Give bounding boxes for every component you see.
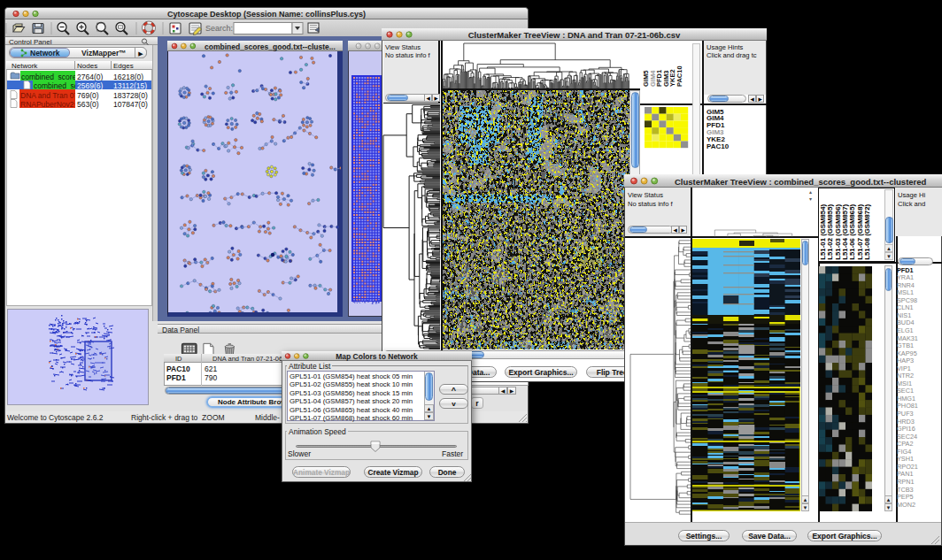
svg-text:MON2: MON2 bbox=[897, 501, 915, 509]
svg-text:PAC10: PAC10 bbox=[676, 65, 683, 87]
svg-text:Search:: Search: bbox=[205, 24, 233, 33]
svg-text:GPL51-08 (GSM872): GPL51-08 (GSM872) bbox=[863, 203, 871, 260]
svg-text:PAC10: PAC10 bbox=[706, 142, 730, 150]
